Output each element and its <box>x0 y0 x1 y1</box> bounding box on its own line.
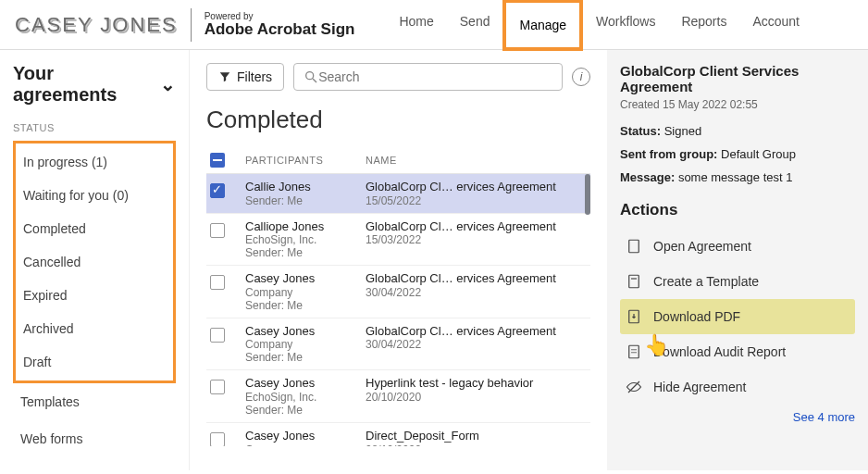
svg-line-1 <box>313 79 316 82</box>
status-archived[interactable]: Archived <box>16 312 173 345</box>
nav-send[interactable]: Send <box>447 0 503 51</box>
detail-group: Sent from group: Default Group <box>620 147 855 161</box>
action-icon <box>626 308 642 325</box>
see-more-link[interactable]: See 4 more <box>620 410 855 424</box>
product-block: Powered by Adobe Acrobat Sign <box>205 11 355 38</box>
agreements-panel: Filters i Completed PARTICIPANTS NAME Ca… <box>190 50 607 470</box>
product-name: Adobe Acrobat Sign <box>205 21 355 38</box>
row-checkbox[interactable] <box>210 223 225 238</box>
row-checkbox[interactable] <box>210 380 225 394</box>
sidebar: Your agreements ⌄ STATUS In progress (1)… <box>0 50 190 470</box>
sidebar-templates[interactable]: Templates <box>13 383 176 420</box>
col-name: NAME <box>366 155 590 166</box>
status-filter-group: In progress (1)Waiting for you (0)Comple… <box>13 141 176 383</box>
search-input[interactable] <box>318 69 552 84</box>
action-download-audit-report[interactable]: Download Audit Report <box>620 334 855 369</box>
nav-manage[interactable]: Manage <box>502 0 583 51</box>
list-heading: Completed <box>206 106 590 134</box>
scrollbar-thumb[interactable] <box>585 174 590 215</box>
column-header: PARTICIPANTS NAME <box>206 147 590 174</box>
divider <box>191 8 192 42</box>
action-icon <box>626 273 642 290</box>
action-download-pdf[interactable]: Download PDF <box>620 299 855 334</box>
top-bar: CASEY JONES Powered by Adobe Acrobat Sig… <box>0 0 868 50</box>
agreement-row[interactable]: Calliope JonesEchoSign, Inc.Sender: MeGl… <box>206 214 590 267</box>
action-open-agreement[interactable]: Open Agreement <box>620 229 855 264</box>
agreement-row[interactable]: Casey JonesEchoSign, Inc.Sender: MeHyper… <box>206 370 590 423</box>
nav-account[interactable]: Account <box>739 0 812 51</box>
action-icon <box>626 343 642 360</box>
nav-home[interactable]: Home <box>386 0 446 51</box>
action-icon <box>626 379 642 395</box>
agreement-row[interactable]: Casey JonesCompanySender: MeDirect_Depos… <box>206 423 590 446</box>
action-icon <box>626 238 642 255</box>
action-hide-agreement[interactable]: Hide Agreement <box>620 369 855 405</box>
agreement-row[interactable]: Casey JonesCompanySender: MeGlobalCorp C… <box>206 266 590 318</box>
toolbar: Filters i <box>206 63 590 91</box>
detail-panel: GlobalCorp Client Services Agreement Cre… <box>607 50 868 470</box>
sidebar-title[interactable]: Your agreements ⌄ <box>13 63 176 106</box>
status-completed[interactable]: Completed <box>16 212 173 245</box>
status-expired[interactable]: Expired <box>16 279 173 312</box>
search-field[interactable] <box>293 63 563 91</box>
detail-status: Status: Signed <box>620 124 855 138</box>
agreement-row[interactable]: Casey JonesCompanySender: MeGlobalCorp C… <box>206 318 590 371</box>
status-waiting[interactable]: Waiting for you (0) <box>16 179 173 212</box>
sidebar-web-forms[interactable]: Web forms <box>13 420 176 457</box>
main-nav: HomeSendManageWorkflowsReportsAccount <box>386 0 812 51</box>
detail-title: GlobalCorp Client Services Agreement <box>620 63 855 94</box>
svg-rect-6 <box>629 345 639 358</box>
status-heading: STATUS <box>13 122 176 133</box>
agreement-row[interactable]: Callie JonesSender: MeGlobalCorp Cl… erv… <box>206 174 590 214</box>
row-checkbox[interactable] <box>210 275 225 290</box>
svg-rect-3 <box>629 275 639 288</box>
nav-reports[interactable]: Reports <box>668 0 739 51</box>
nav-workflows[interactable]: Workflows <box>583 0 668 51</box>
row-checkbox[interactable] <box>210 328 225 343</box>
chevron-down-icon: ⌄ <box>160 73 176 95</box>
search-icon <box>304 69 318 84</box>
agreement-rows: Callie JonesSender: MeGlobalCorp Cl… erv… <box>206 174 590 446</box>
action-create-a-template[interactable]: Create a Template <box>620 264 855 299</box>
svg-rect-2 <box>629 240 639 253</box>
brand-logo: CASEY JONES <box>15 13 178 37</box>
svg-point-0 <box>306 72 314 80</box>
row-checkbox[interactable] <box>210 432 225 446</box>
actions-heading: Actions <box>620 201 855 219</box>
detail-message: Message: some message test 1 <box>620 170 855 184</box>
col-participants: PARTICIPANTS <box>245 155 366 166</box>
filter-icon <box>218 70 231 83</box>
info-icon[interactable]: i <box>572 68 590 86</box>
status-draft[interactable]: Draft <box>16 345 173 379</box>
status-in[interactable]: In progress (1) <box>16 145 173 179</box>
row-checkbox[interactable] <box>210 183 225 198</box>
filters-button[interactable]: Filters <box>206 63 284 91</box>
detail-created: Created 15 May 2022 02:55 <box>620 98 855 111</box>
select-all-checkbox[interactable] <box>210 153 225 168</box>
status-cancelled[interactable]: Cancelled <box>16 245 173 279</box>
